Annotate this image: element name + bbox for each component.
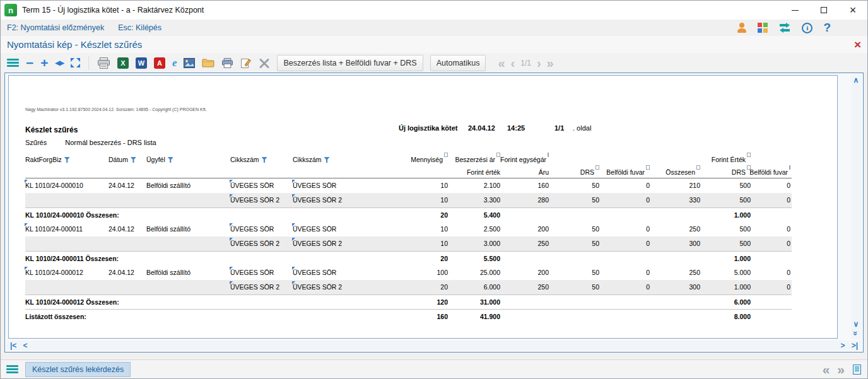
filter-icon[interactable]	[131, 157, 136, 163]
maximize-button[interactable]	[809, 1, 838, 20]
print-icon[interactable]	[97, 57, 110, 69]
panel-close-icon[interactable]: ×	[854, 38, 861, 50]
summary-cell	[752, 251, 792, 265]
help-icon[interactable]: ?	[823, 21, 831, 35]
print-settings-icon[interactable]	[221, 58, 233, 68]
table-cell: KL 1010/24-000012	[25, 265, 108, 280]
column-header-empty	[651, 153, 701, 165]
column-header[interactable]: Dátum	[108, 153, 146, 165]
filter-icon[interactable]	[168, 157, 173, 163]
report-page: Nagy Machinátor v3.1.192.87500 2024.04.1…	[8, 75, 838, 339]
statusbar: Készlet szűrés lekérdezés « »	[1, 359, 867, 378]
table-cell	[25, 193, 108, 207]
table-cell: 0	[601, 265, 651, 280]
panel-header: Nyomtatási kép - Készlet szűrés ×	[1, 36, 867, 53]
table-cell: 2.500	[449, 222, 501, 236]
column-header: DRS	[701, 165, 752, 178]
table-cell: 24.04.12	[108, 265, 146, 280]
horizontal-scrollbar[interactable]: |< < > >|	[7, 341, 861, 350]
last-page-button[interactable]: »	[547, 57, 554, 69]
excel-export-icon[interactable]: X	[117, 57, 129, 69]
summary-cell: 20	[375, 251, 449, 265]
table-cell: 250	[501, 236, 550, 251]
table-cell: 25.000	[449, 265, 501, 280]
scroll-home-button[interactable]: |<	[10, 342, 16, 349]
panel-title: Nyomtatási kép - Készlet szűrés	[7, 39, 142, 50]
menu-print-history[interactable]: F2: Nyomtatási előzmények	[7, 23, 104, 32]
image-export-icon[interactable]	[184, 58, 195, 68]
table-cell: 250	[651, 222, 701, 236]
column-header[interactable]: RaktForgBiz	[25, 153, 108, 165]
scroll-left-button[interactable]: <	[23, 342, 27, 349]
column-header-empty	[108, 165, 146, 178]
table-cell: 0	[601, 236, 651, 251]
fit-width-icon[interactable]: ◀▶	[56, 59, 64, 66]
column-header: Forint egységár	[501, 153, 550, 165]
scroll-down-button[interactable]: ∨	[853, 320, 859, 328]
menu-icon[interactable]	[7, 59, 19, 67]
summary-cell	[601, 309, 651, 324]
filter-icon[interactable]	[324, 157, 330, 163]
summary-cell: 5.400	[449, 207, 501, 222]
scroll-right-button[interactable]: >	[841, 342, 845, 349]
column-header: Belföldi fuvar	[601, 165, 651, 178]
next-query-button[interactable]: »	[837, 363, 845, 376]
close-button[interactable]: ×	[838, 1, 867, 20]
sync-icon[interactable]	[778, 23, 791, 33]
column-header[interactable]: Cikkszám	[293, 153, 375, 165]
query-tab[interactable]: Készlet szűrés lekérdezés	[25, 362, 131, 377]
column-header[interactable]: Ügyfél	[146, 153, 230, 165]
table-cell: 250	[501, 280, 550, 294]
print-preview-area: Nagy Machinátor v3.1.192.87500 2024.04.1…	[4, 73, 864, 353]
open-folder-icon[interactable]	[202, 58, 214, 68]
table-cell: Belföldi szállító	[146, 222, 230, 236]
filter-icon[interactable]	[64, 157, 70, 163]
zoom-in-button[interactable]: +	[40, 57, 48, 69]
table-cell: 250	[651, 265, 701, 280]
summary-cell	[293, 309, 375, 324]
browser-export-icon[interactable]: e	[172, 57, 177, 69]
filter-icon[interactable]	[262, 157, 267, 163]
column-header-label: Dátum	[108, 156, 128, 163]
user-icon[interactable]	[737, 23, 747, 33]
scroll-up-button[interactable]: ∧	[853, 76, 859, 84]
summary-cell: Listázott összesen:	[25, 309, 108, 324]
minimize-button[interactable]	[780, 1, 809, 20]
table-cell: 3.300	[449, 193, 501, 207]
automatic-button[interactable]: Automatikus	[430, 55, 486, 71]
summary-cell	[601, 251, 651, 265]
preview-toolbar: − + ◀▶ X W A e	[1, 53, 867, 73]
prev-page-button[interactable]: ‹	[511, 57, 515, 69]
report-title: Készlet szűrés	[25, 125, 78, 134]
prev-query-button[interactable]: «	[823, 363, 830, 376]
menu-exit[interactable]: Esc: Kilépés	[118, 23, 161, 32]
scroll-page-down-button[interactable]: »	[852, 331, 860, 335]
summary-cell	[601, 294, 651, 309]
vertical-scrollbar[interactable]: ∧ ∨ »	[851, 75, 861, 339]
summary-cell: KL 1010/24-000011 Összesen:	[25, 251, 108, 265]
tools-icon[interactable]	[259, 57, 270, 69]
app-icon: n	[4, 4, 17, 16]
document-icon[interactable]	[852, 364, 862, 375]
next-page-button[interactable]: ›	[537, 57, 541, 69]
first-page-button[interactable]: «	[498, 57, 505, 69]
report-selector-button[interactable]: Beszerzés lista + Belföldi fuvar + DRS	[277, 55, 423, 71]
column-header[interactable]: Cikkszám	[230, 153, 293, 165]
column-header-empty	[550, 153, 601, 165]
column-header-empty	[25, 165, 108, 178]
fit-page-icon[interactable]	[71, 58, 80, 67]
table-cell	[25, 236, 108, 251]
scroll-end-button[interactable]: >|	[852, 342, 858, 349]
report-meta-line: Nagy Machinátor v3.1.192.87500 2024.04.1…	[25, 107, 207, 112]
edit-icon[interactable]	[240, 57, 252, 69]
statusbar-menu-icon[interactable]	[6, 365, 18, 373]
report-time: 14:25	[507, 124, 525, 132]
apps-icon[interactable]	[758, 23, 768, 33]
table-cell: 24.04.12	[108, 178, 146, 193]
zoom-out-button[interactable]: −	[26, 57, 33, 69]
column-header-label: DRS	[732, 168, 746, 176]
pdf-export-icon[interactable]: A	[154, 57, 165, 69]
info-icon[interactable]: i	[802, 23, 812, 33]
summary-cell: 160	[375, 309, 449, 324]
word-export-icon[interactable]: W	[136, 57, 147, 69]
